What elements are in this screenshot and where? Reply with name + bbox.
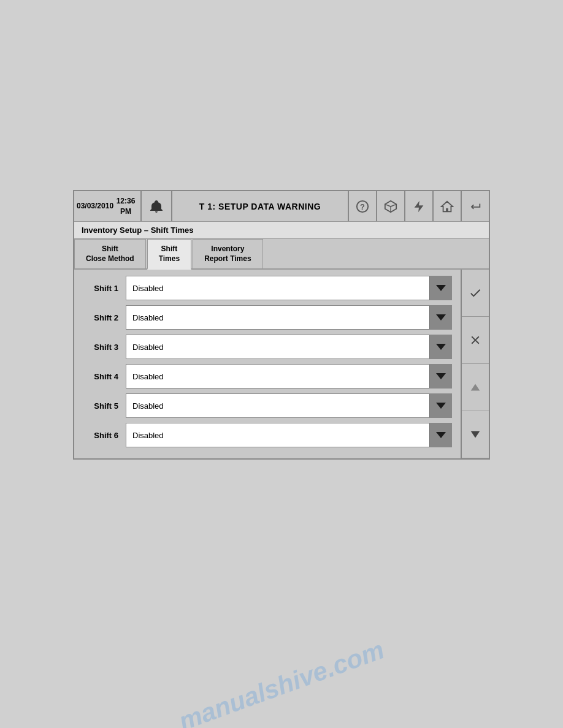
time-text: 12:36 PM bbox=[113, 196, 138, 217]
table-row: Shift 6 Disabled bbox=[83, 423, 452, 447]
home-button[interactable] bbox=[432, 191, 461, 221]
svg-marker-8 bbox=[471, 431, 480, 438]
tab-shift-close-method[interactable]: ShiftClose Method bbox=[74, 239, 146, 268]
help-button[interactable]: ? bbox=[348, 191, 376, 221]
home-icon bbox=[440, 200, 454, 213]
shift-6-dropdown[interactable]: Disabled bbox=[126, 423, 452, 447]
shift-5-dropdown[interactable]: Disabled bbox=[126, 393, 452, 418]
date-text: 03/03/2010 bbox=[77, 201, 113, 211]
accept-button[interactable] bbox=[462, 270, 489, 317]
shift-1-value: Disabled bbox=[126, 284, 429, 293]
watermark: manualshive.com bbox=[175, 635, 388, 728]
svg-line-5 bbox=[391, 204, 396, 207]
bell-button[interactable] bbox=[142, 191, 172, 221]
shift-6-label: Shift 6 bbox=[83, 431, 126, 440]
bolt-button[interactable] bbox=[404, 191, 432, 221]
content-with-sidebar: Shift 1 Disabled Shift 2 Disabled bbox=[74, 270, 489, 458]
shift-2-value: Disabled bbox=[126, 313, 429, 322]
bell-icon bbox=[149, 199, 164, 214]
shift-4-arrow[interactable] bbox=[429, 365, 451, 388]
header-title: T 1: SETUP DATA WARNING bbox=[172, 191, 348, 221]
x-icon bbox=[469, 333, 482, 347]
table-row: Shift 5 Disabled bbox=[83, 393, 452, 418]
svg-text:?: ? bbox=[360, 202, 365, 211]
tabs-row: ShiftClose Method ShiftTimes InventoryRe… bbox=[74, 239, 489, 270]
shift-5-label: Shift 5 bbox=[83, 401, 126, 411]
help-icon: ? bbox=[356, 200, 369, 213]
breadcrumb: Inventory Setup – Shift Times bbox=[74, 222, 489, 239]
back-button[interactable] bbox=[461, 191, 489, 221]
table-row: Shift 1 Disabled bbox=[83, 276, 452, 300]
shift-4-label: Shift 4 bbox=[83, 372, 126, 381]
cube-icon bbox=[384, 200, 397, 213]
shift-1-label: Shift 1 bbox=[83, 284, 126, 293]
shift-2-dropdown[interactable]: Disabled bbox=[126, 305, 452, 330]
tab-inventory-report-times[interactable]: InventoryReport Times bbox=[193, 239, 262, 268]
shift-6-arrow[interactable] bbox=[429, 423, 451, 447]
scroll-down-button[interactable] bbox=[462, 411, 489, 458]
chevron-down-icon bbox=[469, 428, 482, 441]
datetime-display: 03/03/2010 12:36 PM bbox=[74, 191, 142, 221]
title-text: T 1: SETUP DATA WARNING bbox=[199, 202, 321, 211]
shift-1-arrow[interactable] bbox=[429, 276, 451, 300]
return-icon bbox=[469, 200, 482, 213]
table-row: Shift 2 Disabled bbox=[83, 305, 452, 330]
shift-4-dropdown[interactable]: Disabled bbox=[126, 364, 452, 389]
shift-3-arrow[interactable] bbox=[429, 335, 451, 358]
shift-2-arrow[interactable] bbox=[429, 306, 451, 329]
shift-4-value: Disabled bbox=[126, 372, 429, 381]
table-row: Shift 3 Disabled bbox=[83, 335, 452, 359]
table-row: Shift 4 Disabled bbox=[83, 364, 452, 389]
shift-2-label: Shift 2 bbox=[83, 313, 126, 322]
main-window: 03/03/2010 12:36 PM T 1: SETUP DATA WARN… bbox=[73, 190, 490, 460]
svg-marker-7 bbox=[471, 384, 480, 391]
shift-6-value: Disabled bbox=[126, 431, 429, 440]
sidebar-buttons bbox=[461, 270, 489, 458]
scroll-up-button[interactable] bbox=[462, 364, 489, 411]
breadcrumb-text: Inventory Setup – Shift Times bbox=[82, 226, 194, 235]
svg-marker-6 bbox=[415, 200, 424, 211]
shift-3-dropdown[interactable]: Disabled bbox=[126, 335, 452, 359]
shift-5-arrow[interactable] bbox=[429, 394, 451, 417]
shift-5-value: Disabled bbox=[126, 401, 429, 411]
bolt-icon bbox=[412, 200, 426, 213]
svg-line-4 bbox=[385, 204, 391, 207]
check-icon bbox=[469, 286, 482, 300]
header-icon-group: ? bbox=[348, 191, 489, 221]
shift-3-value: Disabled bbox=[126, 343, 429, 352]
chevron-up-icon bbox=[469, 381, 482, 394]
cube-button[interactable] bbox=[376, 191, 404, 221]
header-bar: 03/03/2010 12:36 PM T 1: SETUP DATA WARN… bbox=[74, 191, 489, 222]
shift-3-label: Shift 3 bbox=[83, 343, 126, 352]
tab-shift-times[interactable]: ShiftTimes bbox=[147, 239, 191, 270]
shift-1-dropdown[interactable]: Disabled bbox=[126, 276, 452, 300]
content-area: Shift 1 Disabled Shift 2 Disabled bbox=[74, 270, 461, 458]
cancel-button[interactable] bbox=[462, 317, 489, 364]
